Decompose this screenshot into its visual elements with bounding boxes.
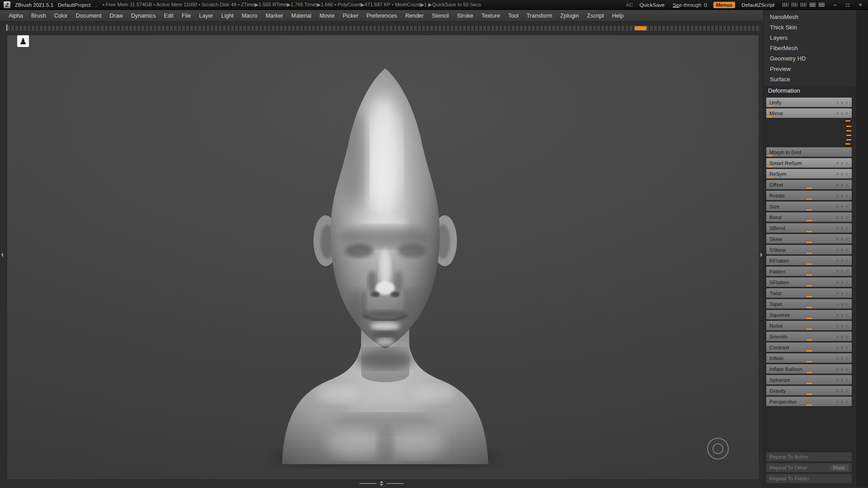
menu-item-stroke[interactable]: Stroke bbox=[453, 13, 477, 19]
deform-row-flatten[interactable]: Flattenx y z bbox=[766, 267, 852, 276]
axis-toggles[interactable]: x y z bbox=[837, 204, 849, 208]
palette-section-surface[interactable]: Surface bbox=[764, 74, 856, 84]
deform-row-sbend[interactable]: SBendx y z bbox=[766, 223, 852, 233]
axis-toggles[interactable]: x y z bbox=[837, 324, 849, 328]
scroll-down-icon[interactable] bbox=[380, 484, 383, 486]
menu-item-alpha[interactable]: Alpha bbox=[5, 13, 27, 19]
axis-toggles[interactable]: x y z bbox=[837, 237, 849, 241]
restore-button[interactable]: □ bbox=[844, 2, 852, 8]
menu-item-texture[interactable]: Texture bbox=[477, 13, 504, 19]
deform-row-contrast[interactable]: Contrastx y z bbox=[766, 343, 852, 352]
scroll-updown-arrows[interactable] bbox=[380, 481, 383, 486]
close-button[interactable]: × bbox=[856, 2, 864, 8]
deform-row-sflatten[interactable]: SFlattenx y z bbox=[766, 277, 852, 287]
palette-section-geometry-hd[interactable]: Geometry HD bbox=[764, 53, 856, 64]
deform-row-smart-resym[interactable]: Smart ReSymx y z bbox=[766, 158, 852, 168]
menu-item-brush[interactable]: Brush bbox=[27, 13, 50, 19]
scroll-right-bar[interactable] bbox=[387, 483, 404, 484]
active-tool-thumbnail[interactable]: ♟ bbox=[17, 35, 29, 47]
menu-item-tool[interactable]: Tool bbox=[504, 13, 523, 19]
sculpt-canvas[interactable] bbox=[7, 35, 759, 479]
axis-toggles[interactable]: x y z bbox=[837, 248, 849, 252]
menu-item-stencil[interactable]: Stencil bbox=[428, 13, 453, 19]
axis-toggles[interactable]: x y z bbox=[837, 378, 849, 382]
deform-row-offset[interactable]: Offsetx y z bbox=[766, 180, 852, 189]
deform-row-sskew[interactable]: SSkewx y z bbox=[766, 245, 852, 254]
deform-row-bend[interactable]: Bendx y z bbox=[766, 212, 852, 222]
deform-row-skew[interactable]: Skewx y z bbox=[766, 234, 852, 244]
menu-item-file[interactable]: File bbox=[178, 13, 195, 19]
default-zscript-button[interactable]: DefaultZScript bbox=[740, 2, 776, 8]
axis-toggles[interactable]: x y z bbox=[837, 345, 849, 349]
axis-toggles[interactable]: x y z bbox=[837, 334, 849, 338]
deform-row-polish-by-features[interactable]: Polish By Features bbox=[845, 124, 852, 127]
palette-section-preview[interactable]: Preview bbox=[764, 64, 856, 74]
repeat-to-other-button[interactable]: Repeat To Other Mask bbox=[766, 463, 852, 472]
right-tray-collapse-icon[interactable] bbox=[760, 253, 763, 257]
mask-button[interactable]: Mask bbox=[830, 465, 849, 471]
deformation-section-header[interactable]: Deformation bbox=[764, 86, 856, 96]
axis-toggles[interactable]: x y z bbox=[837, 183, 849, 187]
deform-row-noise[interactable]: Noisex y z bbox=[766, 321, 852, 330]
deform-row-rflatten[interactable]: RFlattenx y z bbox=[766, 256, 852, 265]
deform-row-perspective[interactable]: Perspectivex y z bbox=[766, 397, 852, 406]
axis-toggles[interactable]: x y z bbox=[837, 161, 849, 165]
layout-grid-icon[interactable] bbox=[810, 3, 816, 7]
palette-section-fibermesh[interactable]: FiberMesh bbox=[764, 43, 856, 53]
deform-row-rotate[interactable]: Rotatex y z bbox=[766, 191, 852, 200]
menu-item-light[interactable]: Light bbox=[217, 13, 238, 19]
deform-row-size[interactable]: Sizex y z bbox=[766, 202, 852, 211]
deform-row-smooth[interactable]: Smoothx y z bbox=[766, 332, 852, 341]
palette-section-nanomesh[interactable]: NanoMesh bbox=[764, 12, 856, 22]
axis-toggles[interactable]: x y z bbox=[837, 215, 849, 219]
axis-toggles[interactable]: x y z bbox=[837, 111, 849, 115]
deform-row-polish-by-groups[interactable]: Polish By Groups bbox=[845, 129, 852, 132]
deform-row-twist[interactable]: Twistx y z bbox=[766, 288, 852, 298]
axis-toggles[interactable]: x y z bbox=[837, 269, 849, 273]
quicksave-button[interactable]: QuickSave bbox=[637, 2, 666, 8]
panel-scroll-gutter[interactable] bbox=[856, 10, 868, 488]
menu-item-zplugin[interactable]: Zplugin bbox=[556, 13, 583, 19]
document-scrub-strip[interactable] bbox=[7, 26, 759, 31]
axis-toggles[interactable]: x y z bbox=[837, 399, 849, 404]
deform-row-inflate-balloon[interactable]: Inflate Balloonx y z bbox=[766, 364, 852, 374]
canvas-scroll-widget[interactable] bbox=[359, 481, 404, 486]
minimize-button[interactable]: – bbox=[831, 2, 839, 8]
project-name[interactable]: DefaultProject bbox=[58, 2, 90, 8]
deform-row-gravity[interactable]: Gravityx y z bbox=[766, 386, 852, 395]
repeat-to-folder-button[interactable]: Repeat To Folder bbox=[766, 474, 852, 483]
axis-toggles[interactable]: x y z bbox=[837, 302, 849, 306]
scroll-left-bar[interactable] bbox=[359, 483, 377, 484]
axis-toggles[interactable]: x y z bbox=[837, 280, 849, 284]
deform-row-unify[interactable]: Unifyx y z bbox=[766, 98, 852, 107]
deform-row-morph-to-grid[interactable]: Morph to Grid bbox=[766, 147, 852, 157]
menu-item-macro[interactable]: Macro bbox=[238, 13, 262, 19]
menu-item-help[interactable]: Help bbox=[608, 13, 628, 19]
axis-toggles[interactable]: x y z bbox=[837, 313, 849, 317]
menu-item-marker[interactable]: Marker bbox=[261, 13, 287, 19]
menu-item-transform[interactable]: Transform bbox=[523, 13, 557, 19]
deform-row-relax[interactable]: Relax bbox=[845, 138, 852, 141]
axis-toggles[interactable]: x y z bbox=[837, 291, 849, 295]
menu-item-document[interactable]: Document bbox=[72, 13, 106, 19]
left-tray-collapse-icon[interactable] bbox=[1, 253, 3, 257]
palette-section-layers[interactable]: Layers bbox=[764, 33, 856, 43]
deform-row-spherize[interactable]: Spherizex y z bbox=[766, 375, 852, 385]
deform-row-taper[interactable]: Taperx y z bbox=[766, 299, 852, 309]
axis-toggles[interactable]: x y z bbox=[837, 389, 849, 393]
axis-toggles[interactable]: x y z bbox=[837, 100, 849, 104]
axis-toggles[interactable]: x y z bbox=[837, 367, 849, 371]
menu-item-movie[interactable]: Movie bbox=[316, 13, 339, 19]
axis-toggles[interactable]: x y z bbox=[837, 226, 849, 230]
scroll-up-icon[interactable] bbox=[380, 481, 383, 483]
menu-item-material[interactable]: Material bbox=[287, 13, 315, 19]
history-scrub-icon[interactable] bbox=[783, 3, 788, 7]
menu-item-dynamics[interactable]: Dynamics bbox=[127, 13, 160, 19]
deform-row-polish-crisp-edges[interactable]: Polish Crisp Edges bbox=[845, 133, 852, 136]
deform-row-mirror[interactable]: Mirrorx y z bbox=[766, 108, 852, 118]
deform-row-relax-plane-grid[interactable]: Relax Plane Grid bbox=[844, 142, 852, 146]
repeat-to-active-button[interactable]: Repeat To Active bbox=[766, 452, 852, 461]
see-through-slider[interactable]: See-through 0 bbox=[671, 2, 709, 8]
deform-row-squeeze[interactable]: Squeezex y z bbox=[766, 310, 852, 319]
swap-panels-icon[interactable] bbox=[819, 3, 825, 7]
